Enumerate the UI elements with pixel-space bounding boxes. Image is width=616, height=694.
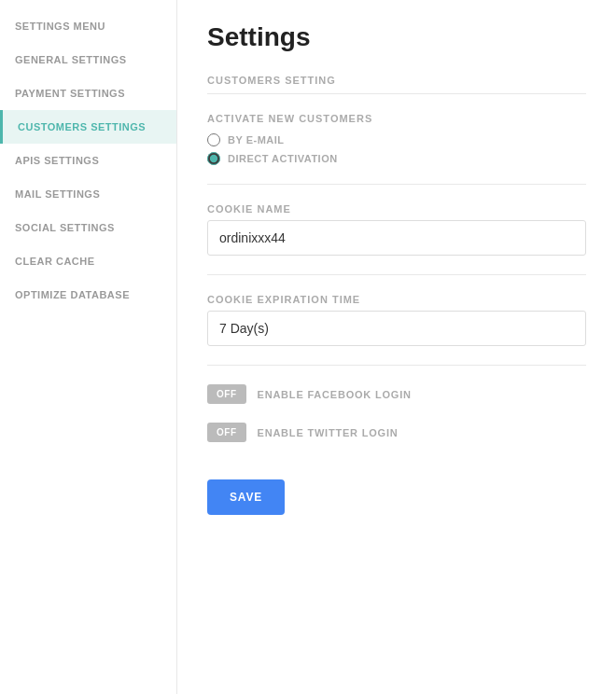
sidebar-item-apis[interactable]: APIS SETTINGS <box>0 144 176 177</box>
sidebar-item-payment[interactable]: PAYMENT SETTINGS <box>0 76 176 110</box>
sidebar-item-social[interactable]: SOCIAL SETTINGS <box>0 211 176 244</box>
radio-email-input[interactable] <box>207 133 220 146</box>
cookie-name-input[interactable] <box>207 220 586 256</box>
sidebar-item-optimize[interactable]: OPTIMIZE DATABASE <box>0 278 176 312</box>
radio-email-label: BY E-MAIL <box>228 134 285 146</box>
sidebar-item-general[interactable]: GENERAL SETTINGS <box>0 43 176 76</box>
radio-direct-option[interactable]: DIRECT ACTIVATION <box>207 152 586 165</box>
expiry-divider <box>207 365 586 366</box>
sidebar-item-customers[interactable]: CUSTOMERS SETTINGS <box>0 110 176 144</box>
facebook-toggle-button[interactable]: OFF <box>207 384 246 404</box>
twitter-toggle-label: ENABLE TWITTER LOGIN <box>258 427 399 438</box>
sidebar-item-cache[interactable]: CLEAR CACHE <box>0 244 176 278</box>
section-title: CUSTOMERS SETTING <box>207 75 586 86</box>
cookie-expiry-group: COOKIE EXPIRATION TIME <box>207 294 586 346</box>
radio-direct-label: DIRECT ACTIVATION <box>228 153 338 164</box>
save-button[interactable]: SAVE <box>207 479 285 515</box>
main-content: Settings CUSTOMERS SETTING ACTIVATE NEW … <box>177 0 616 694</box>
activate-label: ACTIVATE NEW CUSTOMERS <box>207 113 586 124</box>
cookie-divider <box>207 274 586 275</box>
cookie-expiry-label: COOKIE EXPIRATION TIME <box>207 294 586 305</box>
section-divider <box>207 93 586 94</box>
activation-radio-group: BY E-MAIL DIRECT ACTIVATION <box>207 133 586 165</box>
twitter-toggle-row: OFF ENABLE TWITTER LOGIN <box>207 423 586 442</box>
cookie-name-group: COOKIE NAME <box>207 203 586 256</box>
radio-email-option[interactable]: BY E-MAIL <box>207 133 586 146</box>
twitter-toggle-button[interactable]: OFF <box>207 423 246 442</box>
radio-direct-input[interactable] <box>207 152 220 165</box>
cookie-name-label: COOKIE NAME <box>207 203 586 215</box>
after-radio-divider <box>207 184 586 185</box>
page-title: Settings <box>207 22 586 52</box>
sidebar-heading: SETTINGS MENU <box>0 9 176 43</box>
sidebar: SETTINGS MENU GENERAL SETTINGS PAYMENT S… <box>0 0 177 694</box>
sidebar-item-mail[interactable]: MAIL SETTINGS <box>0 177 176 211</box>
facebook-toggle-row: OFF ENABLE FACEBOOK LOGIN <box>207 384 586 404</box>
cookie-expiry-input[interactable] <box>207 311 586 346</box>
facebook-toggle-label: ENABLE FACEBOOK LOGIN <box>258 389 412 400</box>
